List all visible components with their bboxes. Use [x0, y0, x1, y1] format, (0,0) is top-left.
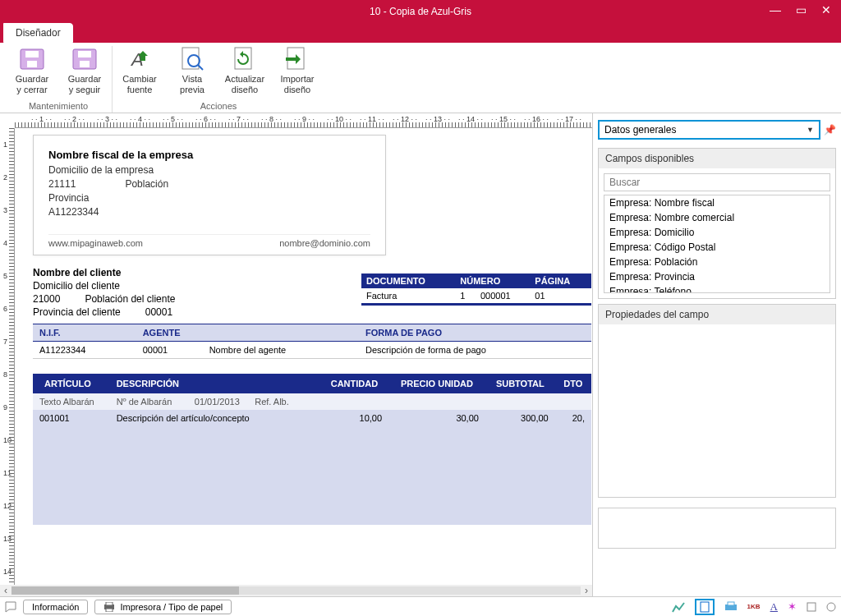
svg-rect-15	[701, 602, 709, 612]
save-continue-button[interactable]: Guardar y seguir	[62, 46, 107, 95]
company-block[interactable]: Nombre fiscal de la empresa Domicilio de…	[33, 135, 386, 255]
close-icon[interactable]: ✕	[821, 3, 831, 16]
ribbon-group-maintenance: Guardar y cerrar Guardar y seguir Manten…	[5, 46, 113, 113]
tray-print-icon[interactable]	[724, 601, 738, 613]
svg-rect-17	[728, 602, 734, 605]
main-area: · · 1 · ·· · 2 · ·· · 3 · ·· · 4 · ·· · …	[0, 113, 841, 596]
minimize-icon[interactable]: —	[770, 3, 781, 16]
svg-rect-1	[25, 51, 39, 57]
properties-body[interactable]	[599, 324, 835, 497]
available-fields-panel: Campos disponibles Empresa: Nombre fisca…	[598, 148, 836, 299]
company-taxid: A11223344	[48, 206, 370, 218]
col-num: NÚMERO	[455, 274, 530, 288]
printer-icon	[103, 602, 115, 612]
company-web: www.mipaginaweb.com	[48, 238, 143, 248]
doc-corner-icon[interactable]	[5, 601, 16, 613]
company-address: Domicilio de la empresa	[48, 164, 370, 176]
preview-button[interactable]: Vista previa	[170, 46, 214, 95]
save-continue-icon	[71, 46, 98, 72]
printer-button[interactable]: Impresora / Tipo de papel	[94, 600, 232, 614]
company-postal: 21111	[48, 178, 76, 190]
ruler-horizontal: · · 1 · ·· · 2 · ·· · 3 · ·· · 4 · ·· · …	[15, 113, 592, 128]
chevron-down-icon: ▼	[807, 126, 814, 134]
tray-square-icon[interactable]	[807, 602, 816, 612]
save-close-icon	[19, 46, 45, 72]
svg-point-19	[827, 603, 835, 611]
svg-rect-13	[106, 602, 113, 605]
scroll-left-icon[interactable]: ‹	[0, 585, 11, 596]
status-bar: Información Impresora / Tipo de papel 1K…	[0, 596, 841, 616]
client-postal: 21000	[33, 293, 60, 305]
window-title: 10 - Copia de Azul-Gris	[370, 6, 471, 17]
tray-star-icon[interactable]: ✶	[788, 600, 797, 613]
scroll-right-icon[interactable]: ›	[581, 585, 592, 596]
import-design-button[interactable]: Importar diseño	[275, 46, 319, 95]
client-city: Población del cliente	[85, 293, 175, 305]
field-properties-panel: Propiedades del campo	[598, 304, 836, 498]
items-table[interactable]: ARTÍCULO DESCRIPCIÓN CANTIDAD PRECIO UNI…	[33, 374, 591, 525]
field-list-item[interactable]: Empresa: Provincia	[604, 269, 830, 284]
ribbon-group-label: Acciones	[200, 99, 237, 113]
table-row: 001001 Descripción del artículo/concepto…	[33, 410, 591, 426]
field-list-item[interactable]: Empresa: Domicilio	[604, 225, 830, 240]
field-preview	[598, 508, 836, 549]
tray-size-icon[interactable]: 1KB	[747, 603, 761, 610]
design-canvas[interactable]: · · 1 · ·· · 2 · ·· · 3 · ·· · 4 · ·· · …	[0, 113, 593, 596]
title-bar: 10 - Copia de Azul-Gris — ▭ ✕	[0, 0, 841, 23]
change-font-button[interactable]: A Cambiar fuente	[117, 46, 162, 95]
client-code: 00001	[145, 306, 172, 318]
font-icon: A	[126, 46, 153, 72]
field-list-item[interactable]: Empresa: Población	[604, 255, 830, 269]
ribbon: Guardar y cerrar Guardar y seguir Manten…	[0, 43, 841, 113]
properties-panel: Datos generales ▼ 📌 Campos disponibles E…	[593, 113, 841, 596]
tray-underline-icon[interactable]: A	[770, 600, 778, 614]
field-list-item[interactable]: Empresa: Nombre comercial	[604, 210, 830, 225]
tray-circle-icon[interactable]	[826, 602, 836, 612]
ribbon-group-actions: A Cambiar fuente Vista previa Actualizar…	[113, 46, 324, 113]
magnifier-icon	[179, 46, 205, 72]
ruler-vertical: 1234567891011121314	[0, 128, 15, 596]
maximize-icon[interactable]: ▭	[796, 3, 807, 16]
pin-icon[interactable]: 📌	[824, 124, 836, 136]
svg-rect-18	[807, 603, 816, 611]
refresh-doc-icon	[232, 46, 258, 72]
data-group-dropdown[interactable]: Datos generales ▼	[598, 120, 820, 140]
svg-rect-2	[27, 61, 37, 67]
company-email: nombre@dominio.com	[279, 238, 370, 248]
nif-table[interactable]: N.I.F. AGENTE FORMA DE PAGO A11223344 00…	[33, 324, 591, 359]
field-list-item[interactable]: Empresa: Código Postal	[604, 240, 830, 255]
save-close-button[interactable]: Guardar y cerrar	[10, 46, 54, 95]
svg-rect-10	[235, 48, 251, 69]
horizontal-scrollbar[interactable]: ‹ ›	[0, 585, 592, 596]
import-doc-icon	[284, 46, 310, 72]
field-list[interactable]: Empresa: Nombre fiscalEmpresa: Nombre co…	[604, 195, 830, 293]
company-name: Nombre fiscal de la empresa	[48, 149, 370, 161]
table-row-meta: Texto Albarán Nº de Albarán 01/01/2013 R…	[33, 393, 591, 410]
company-city: Población	[125, 178, 168, 190]
report-page[interactable]: Nombre fiscal de la empresa Domicilio de…	[33, 135, 591, 525]
field-list-item[interactable]: Empresa: Nombre fiscal	[604, 195, 830, 210]
field-list-item[interactable]: Empresa: Teléfono	[604, 284, 830, 293]
client-province: Provincia del cliente	[33, 306, 121, 318]
col-doc: DOCUMENTO	[361, 274, 455, 288]
tray-chart-icon[interactable]	[672, 601, 685, 613]
update-design-button[interactable]: Actualizar diseño	[223, 46, 267, 95]
status-tray: 1KB A ✶	[672, 599, 836, 615]
svg-rect-4	[78, 51, 91, 57]
svg-rect-14	[106, 609, 113, 612]
company-province: Provincia	[48, 192, 370, 204]
search-input[interactable]	[604, 173, 830, 191]
tray-page-icon[interactable]	[695, 599, 715, 615]
svg-rect-5	[80, 61, 90, 67]
window-controls: — ▭ ✕	[760, 0, 841, 20]
info-button[interactable]: Información	[23, 600, 88, 614]
ribbon-group-label: Mantenimiento	[29, 99, 88, 113]
col-page: PÁGINA	[530, 274, 591, 288]
tab-designer[interactable]: Diseñador	[3, 23, 73, 43]
doc-header[interactable]: DOCUMENTO NÚMERO PÁGINA Factura 1 000001…	[361, 274, 591, 306]
tab-strip: Diseñador	[0, 23, 841, 43]
table-row-empty	[33, 426, 591, 525]
